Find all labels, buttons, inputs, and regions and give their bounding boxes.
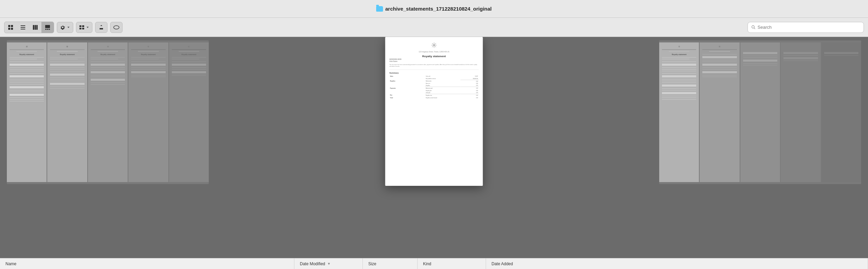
group-button[interactable]: [76, 22, 92, 33]
titlebar: archive_statements_171228210824_original: [0, 0, 868, 18]
view-mode-group: [4, 22, 54, 33]
doc-company-info: 123 Imaginary Street, Trieste, 12900-400…: [390, 51, 479, 53]
search-bar[interactable]: [748, 22, 864, 33]
preview-strip: ✳ Royalty statement: [0, 37, 868, 258]
search-icon: [751, 25, 755, 29]
svg-rect-3: [11, 28, 13, 30]
search-input[interactable]: [757, 25, 860, 30]
svg-point-19: [752, 26, 754, 28]
svg-rect-1: [11, 25, 13, 27]
doc-preview-center[interactable]: ✳ 123 Imaginary Street, Trieste, 12900-4…: [385, 37, 483, 186]
column-name[interactable]: Name: [0, 258, 294, 269]
window-title: archive_statements_171228210824_original: [376, 6, 492, 12]
svg-rect-15: [82, 25, 84, 27]
column-kind[interactable]: Kind: [418, 258, 486, 269]
svg-rect-0: [8, 25, 10, 27]
statusbar: Name Date Modified ▼ Size Kind Date Adde…: [0, 258, 868, 269]
settings-button[interactable]: [57, 22, 73, 33]
doc-logo: ✳: [390, 41, 479, 50]
svg-rect-2: [8, 28, 10, 30]
column-kind-label: Kind: [423, 261, 431, 266]
folder-icon: [376, 6, 383, 12]
column-date-modified-label: Date Modified: [300, 261, 325, 266]
svg-rect-10: [45, 25, 50, 28]
doc-preview-left[interactable]: ✳ Royalty statement: [7, 40, 209, 184]
column-date-added-label: Date Added: [492, 261, 513, 266]
svg-point-18: [114, 26, 119, 29]
svg-rect-5: [21, 27, 25, 28]
svg-rect-11: [45, 29, 47, 30]
view-gallery-button[interactable]: [41, 22, 54, 33]
column-name-label: Name: [5, 261, 16, 266]
svg-rect-4: [21, 25, 25, 26]
doc-section-summary: Summary: [390, 72, 479, 74]
column-size[interactable]: Size: [363, 258, 418, 269]
main-content: ✳ Royalty statement: [0, 37, 868, 258]
tag-button[interactable]: [110, 22, 123, 33]
view-list-button[interactable]: [17, 22, 29, 33]
svg-rect-17: [82, 28, 84, 29]
doc-title: Royalty statement: [390, 55, 479, 58]
column-date-modified[interactable]: Date Modified ▼: [294, 258, 363, 269]
svg-line-20: [754, 28, 755, 29]
doc-meta-artist: Artist Name: [390, 61, 479, 62]
doc-description: This document has been automatically gen…: [390, 64, 479, 70]
doc-summary-table: Sales Units sold 11,987 Net publisher re…: [390, 75, 479, 100]
column-size-label: Size: [368, 261, 376, 266]
sort-arrow-icon: ▼: [327, 262, 331, 266]
svg-rect-14: [79, 25, 81, 27]
doc-meta-period: 99/99/9999-99/99: [390, 59, 479, 60]
toolbar: [0, 18, 868, 37]
svg-rect-13: [49, 29, 50, 30]
window-title-text: archive_statements_171228210824_original: [385, 6, 492, 12]
svg-rect-7: [33, 25, 34, 30]
share-button[interactable]: [95, 22, 107, 33]
column-date-added[interactable]: Date Added: [486, 258, 868, 269]
doc-preview-right[interactable]: ✳ Royalty statement: [659, 40, 861, 184]
view-columns-button[interactable]: [29, 22, 41, 33]
svg-rect-6: [21, 29, 25, 29]
svg-rect-12: [47, 29, 48, 30]
svg-rect-16: [79, 28, 81, 29]
svg-rect-8: [35, 25, 36, 30]
svg-rect-9: [36, 25, 38, 30]
view-icon-button[interactable]: [4, 22, 17, 33]
